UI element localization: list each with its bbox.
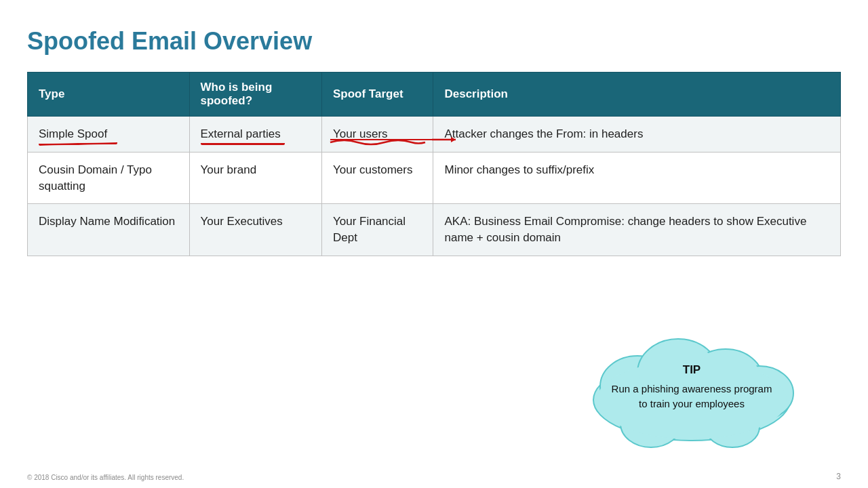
footer-page: 3: [836, 472, 841, 481]
tip-label: TIP: [610, 361, 773, 379]
col-header-target: Spoof Target: [321, 73, 433, 117]
annotation-svg-row1: [330, 138, 425, 152]
row2-type: Cousin Domain / Typo squatting: [28, 152, 190, 204]
page-title: Spoofed Email Overview: [27, 27, 841, 56]
col-header-spoofed: Who is being spoofed?: [189, 73, 321, 117]
tip-cloud: TIP Run a phishing awareness program to …: [570, 319, 814, 454]
table-row: Simple Spoof External parties Your users: [28, 117, 841, 152]
row1-target: Your users: [321, 117, 433, 152]
spoof-table: Type Who is being spoofed? Spoof Target …: [27, 72, 841, 256]
row1-type: Simple Spoof: [28, 117, 190, 152]
slide: Spoofed Email Overview Type Who is being…: [0, 0, 868, 488]
row2-target: Your customers: [321, 152, 433, 204]
tip-text: Run a phishing awareness program to trai…: [612, 382, 772, 409]
row2-description: Minor changes to suffix/prefix: [433, 152, 841, 204]
table-row: Cousin Domain / Typo squatting Your bran…: [28, 152, 841, 204]
row3-description: AKA: Business Email Compromise: change h…: [433, 204, 841, 256]
table-row: Display Name Modification Your Executive…: [28, 204, 841, 256]
footer-copyright: © 2018 Cisco and/or its affiliates. All …: [27, 474, 184, 481]
tip-cloud-text: TIP Run a phishing awareness program to …: [610, 361, 773, 412]
col-header-type: Type: [28, 73, 190, 117]
row2-spoofed: Your brand: [189, 152, 321, 204]
row3-spoofed: Your Executives: [189, 204, 321, 256]
row1-type-text: Simple Spoof: [39, 126, 107, 142]
row3-target: Your Financial Dept: [321, 204, 433, 256]
row1-description: Attacker changes the From: in headers: [433, 117, 841, 152]
row1-spoofed-text: External parties: [201, 126, 281, 142]
row1-target-wrap: Your users: [333, 126, 388, 142]
row1-spoofed: External parties: [189, 117, 321, 152]
col-header-description: Description: [433, 73, 841, 117]
row3-type: Display Name Modification: [28, 204, 190, 256]
